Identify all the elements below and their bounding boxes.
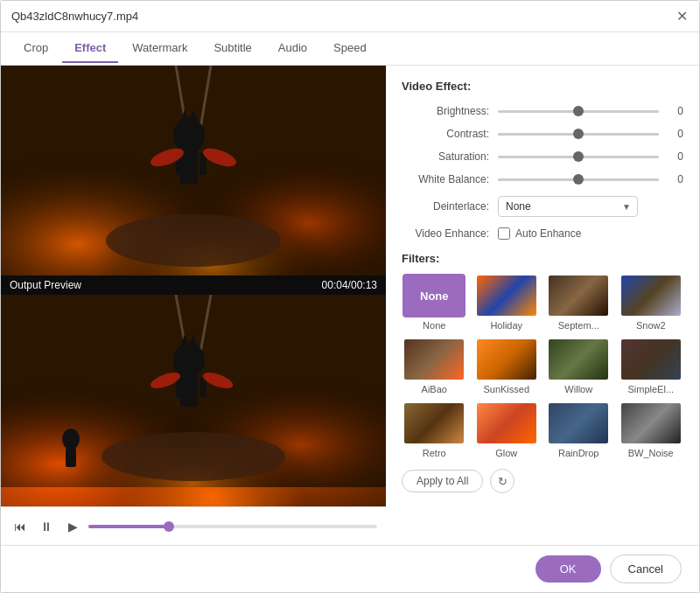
svg-point-30: [62, 429, 80, 450]
deinterlace-select[interactable]: None Blend Bob Linear: [498, 196, 638, 217]
filter-thumb-raindrop: [547, 401, 610, 445]
filter-item-aibao[interactable]: AiBao: [402, 338, 467, 394]
contrast-slider[interactable]: [498, 133, 659, 136]
video-timestamp: 00:04/00:13: [322, 279, 377, 291]
filters-title: Filters:: [402, 252, 683, 265]
filter-thumb-none: None: [402, 274, 466, 317]
output-preview-label: Output Preview: [10, 279, 81, 291]
contrast-label: Contrast:: [402, 128, 498, 140]
contrast-slider-container: 0: [498, 128, 683, 140]
video-frame-bottom: [1, 295, 386, 506]
svg-point-19: [102, 432, 285, 481]
filter-thumb-willow: [547, 338, 610, 381]
deinterlace-label: Deinterlace:: [402, 200, 498, 213]
tab-subtitle[interactable]: Subtitle: [201, 34, 263, 63]
filter-thumb-bwnoise: [620, 401, 682, 445]
deinterlace-row: Deinterlace: None Blend Bob Linear ▼: [402, 196, 683, 217]
filter-item-simpleel[interactable]: SimpleEl...: [619, 338, 684, 394]
filter-name-holiday: Holiday: [490, 320, 522, 331]
enhance-row: Video Enhance: Auto Enhance: [402, 227, 683, 240]
contrast-row: Contrast: 0: [402, 128, 683, 140]
video-effect-title: Video Effect:: [402, 80, 683, 93]
svg-rect-25: [200, 378, 206, 397]
left-panel: Output Preview 00:04/00:13: [1, 66, 386, 545]
filter-item-holiday[interactable]: Holiday: [474, 274, 540, 331]
tab-effect[interactable]: Effect: [62, 34, 118, 63]
main-content: Output Preview 00:04/00:13: [1, 66, 699, 545]
apply-row: Apply to All ↻: [402, 469, 683, 493]
title-bar: Qb43zldC8nwhucy7.mp4 ✕: [1, 1, 699, 32]
filter-thumb-snow2: [620, 274, 682, 317]
saturation-value: 0: [666, 150, 683, 163]
filter-item-retro[interactable]: Retro: [402, 401, 467, 458]
controls-bar: ⏮ ⏸ ▶: [1, 506, 386, 545]
svg-rect-31: [66, 448, 76, 467]
filter-item-willow[interactable]: Willow: [546, 338, 612, 394]
auto-enhance-wrapper: Auto Enhance: [498, 227, 581, 240]
app-window: Qb43zldC8nwhucy7.mp4 ✕ Crop Effect Water…: [0, 0, 700, 593]
saturation-slider-container: 0: [498, 150, 683, 163]
filter-name-aibao: AiBao: [422, 384, 447, 394]
close-button[interactable]: ✕: [675, 10, 689, 24]
filter-thumb-september: [547, 274, 610, 317]
tab-audio[interactable]: Audio: [266, 34, 319, 63]
white-balance-slider[interactable]: [498, 178, 659, 181]
auto-enhance-label: Auto Enhance: [515, 227, 581, 240]
tab-watermark[interactable]: Watermark: [120, 34, 200, 63]
filter-name-september: Septem...: [558, 320, 599, 331]
deinterlace-select-wrapper: None Blend Bob Linear ▼: [498, 196, 638, 217]
filter-name-bwnoise: BW_Noise: [628, 448, 674, 458]
auto-enhance-checkbox[interactable]: [498, 227, 510, 240]
tab-crop[interactable]: Crop: [11, 34, 60, 63]
progress-bar[interactable]: [88, 525, 377, 528]
filter-thumb-sunkissed: [475, 338, 538, 381]
saturation-row: Saturation: 0: [402, 150, 683, 163]
filter-item-raindrop[interactable]: RainDrop: [546, 401, 612, 458]
tab-speed[interactable]: Speed: [321, 34, 379, 63]
filters-grid: None None Holiday Septem...: [402, 274, 683, 458]
filter-name-snow2: Snow2: [636, 320, 666, 331]
brightness-row: Brightness: 0: [402, 105, 683, 117]
white-balance-slider-container: 0: [498, 173, 683, 185]
progress-fill: [88, 525, 169, 528]
footer: OK Cancel: [1, 545, 699, 592]
rewind-button[interactable]: ⏮: [10, 516, 31, 537]
right-panel: Video Effect: Brightness: 0 Contrast: 0: [386, 66, 699, 545]
brightness-slider[interactable]: [498, 110, 659, 113]
video-label-bar: Output Preview 00:04/00:13: [1, 276, 386, 295]
filter-name-willow: Willow: [564, 384, 592, 394]
ok-button[interactable]: OK: [536, 555, 601, 583]
white-balance-value: 0: [666, 173, 683, 185]
refresh-icon: ↻: [498, 475, 508, 488]
filter-item-none[interactable]: None None: [402, 274, 467, 331]
video-bottom-preview: [1, 295, 386, 506]
saturation-slider[interactable]: [498, 156, 659, 158]
contrast-value: 0: [666, 128, 683, 140]
filter-name-raindrop: RainDrop: [558, 448, 598, 458]
filter-item-sunkissed[interactable]: SunKissed: [474, 338, 540, 394]
refresh-button[interactable]: ↻: [490, 469, 514, 493]
filter-name-none: None: [423, 320, 445, 331]
filter-item-snow2[interactable]: Snow2: [619, 274, 684, 331]
apply-to-all-button[interactable]: Apply to All: [402, 470, 483, 492]
filter-name-retro: Retro: [423, 448, 446, 458]
filter-item-september[interactable]: Septem...: [546, 274, 612, 331]
cancel-button[interactable]: Cancel: [610, 555, 682, 583]
filter-thumb-glow: [475, 401, 538, 445]
filter-name-sunkissed: SunKissed: [483, 384, 529, 394]
progress-thumb: [164, 521, 174, 532]
video-enhance-label: Video Enhance:: [402, 227, 498, 240]
tab-bar: Crop Effect Watermark Subtitle Audio Spe…: [1, 32, 699, 66]
svg-point-7: [173, 118, 205, 153]
window-title: Qb43zldC8nwhucy7.mp4: [11, 10, 138, 23]
play-button[interactable]: ▶: [62, 516, 83, 537]
svg-point-4: [106, 214, 281, 267]
filter-item-bwnoise[interactable]: BW_Noise: [619, 401, 684, 458]
filter-item-glow[interactable]: Glow: [474, 401, 540, 458]
filter-thumb-simpleel: [620, 338, 682, 381]
video-frame-top: [1, 66, 386, 276]
pause-button[interactable]: ⏸: [36, 516, 57, 537]
brightness-value: 0: [666, 105, 683, 117]
svg-point-22: [173, 343, 205, 378]
filter-name-glow: Glow: [495, 448, 517, 458]
